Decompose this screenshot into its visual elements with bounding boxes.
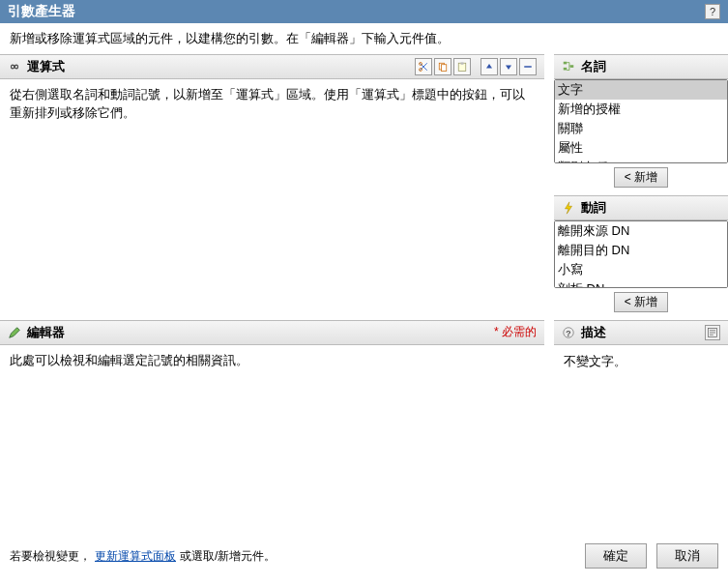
expression-header-label: 運算式 xyxy=(27,58,65,75)
tree-icon xyxy=(562,60,575,73)
ok-button[interactable]: 確定 xyxy=(585,543,647,569)
nouns-header: 名詞 xyxy=(554,54,728,79)
footer-bar: 若要檢視變更， 更新運算式面板 或選取/新增元件。 確定 取消 xyxy=(0,538,728,574)
remove-button[interactable] xyxy=(519,58,537,75)
verbs-add-button[interactable]: < 新增 xyxy=(614,292,668,312)
window-title: 引數產生器 xyxy=(8,3,75,20)
svg-rect-9 xyxy=(570,65,574,68)
intro-text: 新增或移除運算式區域的元件，以建構您的引數。在「編輯器」下輸入元件值。 xyxy=(0,23,728,54)
list-item[interactable]: 小寫 xyxy=(555,260,727,279)
svg-rect-7 xyxy=(564,61,568,64)
cancel-button[interactable]: 取消 xyxy=(656,543,718,569)
description-header: ? 描述 xyxy=(554,320,728,345)
verbs-header: 動詞 xyxy=(554,195,728,220)
nouns-listbox[interactable]: 文字新增的授權關聯屬性類別名稱 xyxy=(554,79,728,163)
verbs-listbox[interactable]: 離開來源 DN離開目的 DN小寫剖析 DN xyxy=(554,220,728,288)
question-icon: ? xyxy=(562,326,575,339)
nouns-add-button[interactable]: < 新增 xyxy=(614,167,668,188)
list-item[interactable]: 離開目的 DN xyxy=(555,241,727,260)
nouns-header-label: 名詞 xyxy=(581,58,606,75)
editor-required-label: * 必需的 xyxy=(494,324,537,340)
description-body: 不變文字。 xyxy=(554,345,728,378)
list-item[interactable]: 離開來源 DN xyxy=(555,221,727,241)
expression-body: 從右側選取名詞和動詞記號，以新增至「運算式」區域。使用「運算式」標題中的按鈕，可… xyxy=(0,79,544,129)
description-edit-icon[interactable] xyxy=(705,325,720,340)
paste-button[interactable] xyxy=(453,58,471,75)
help-icon[interactable]: ? xyxy=(705,4,720,19)
verbs-header-label: 動詞 xyxy=(581,199,606,217)
editor-header: 編輯器 * 必需的 xyxy=(0,320,544,345)
footer-hint-prefix: 若要檢視變更， xyxy=(10,548,91,565)
list-item[interactable]: 關聯 xyxy=(555,119,727,138)
svg-rect-8 xyxy=(564,67,568,70)
lightning-icon xyxy=(562,201,575,215)
list-item[interactable]: 新增的授權 xyxy=(555,100,727,119)
editor-body: 此處可以檢視和編輯選定記號的相關資訊。 xyxy=(0,345,544,376)
move-down-button[interactable] xyxy=(500,58,517,75)
svg-text:?: ? xyxy=(566,328,570,337)
svg-rect-3 xyxy=(442,64,447,71)
infinity-icon xyxy=(8,60,21,73)
cut-button[interactable] xyxy=(415,58,432,75)
titlebar: 引數產生器 ? xyxy=(0,0,728,23)
list-item[interactable]: 屬性 xyxy=(555,138,727,158)
expression-header: 運算式 xyxy=(0,54,544,79)
description-header-label: 描述 xyxy=(581,324,606,341)
editor-header-label: 編輯器 xyxy=(27,324,65,341)
footer-hint-suffix: 或選取/新增元件。 xyxy=(180,548,276,565)
list-item[interactable]: 文字 xyxy=(555,80,727,100)
list-item[interactable]: 剖析 DN xyxy=(555,279,727,288)
move-up-button[interactable] xyxy=(480,58,498,75)
svg-rect-6 xyxy=(524,66,532,68)
svg-rect-5 xyxy=(461,62,464,64)
refresh-expression-link[interactable]: 更新運算式面板 xyxy=(95,548,176,565)
copy-button[interactable] xyxy=(434,58,451,75)
pencil-icon xyxy=(8,326,21,339)
expression-toolbar xyxy=(415,58,537,75)
